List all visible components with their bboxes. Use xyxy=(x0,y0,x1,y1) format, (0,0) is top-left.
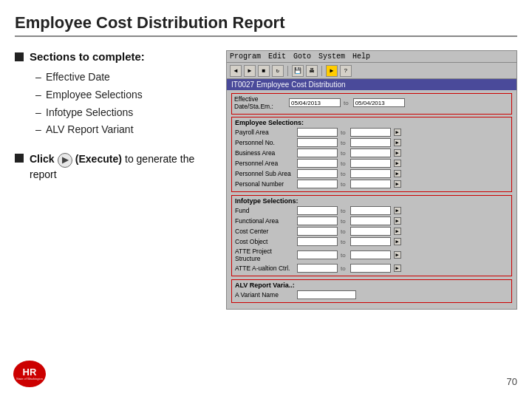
toolbar-refresh-btn[interactable]: ↻ xyxy=(272,65,284,77)
emp-input-5b[interactable] xyxy=(350,180,391,188)
inf-btn-0[interactable]: ▶ xyxy=(394,207,401,214)
field-label: Fund xyxy=(235,207,294,214)
inf-input-3b[interactable] xyxy=(350,237,391,246)
toolbar-execute-btn[interactable]: ▶ xyxy=(326,65,338,77)
sap-title-bar: IT0027 Employee Cost Distribution xyxy=(227,79,516,90)
sections-heading: Sections to complete: xyxy=(15,50,214,63)
field-btn-5[interactable]: ▶ xyxy=(394,180,401,188)
main-content: Sections to complete: Effective Date Emp… xyxy=(15,50,517,310)
emp-input-5[interactable] xyxy=(297,180,338,188)
toolbar-divider2 xyxy=(321,66,322,76)
inf-input-4b[interactable] xyxy=(350,250,391,259)
alv-input-0[interactable] xyxy=(297,290,356,299)
inf-btn-2[interactable]: ▶ xyxy=(394,228,401,235)
emp-input-0[interactable] xyxy=(297,128,338,137)
field-btn-2[interactable]: ▶ xyxy=(394,149,401,157)
toolbar-back-btn[interactable]: ◀ xyxy=(230,65,242,77)
to-label: to xyxy=(341,140,346,146)
emp-field-row: Business Area to ▶ xyxy=(235,149,508,157)
inf-input-4[interactable] xyxy=(297,250,338,259)
menu-goto[interactable]: Goto xyxy=(293,52,311,61)
inf-input-0[interactable] xyxy=(297,206,338,215)
infotype-field-row-2: Cost Center to ▶ xyxy=(235,227,508,236)
to-label: to xyxy=(341,218,346,225)
inf-btn-1[interactable]: ▶ xyxy=(394,217,401,225)
left-panel: Sections to complete: Effective Date Emp… xyxy=(15,50,214,310)
inf-btn-3[interactable]: ▶ xyxy=(394,238,401,245)
field-btn-3[interactable]: ▶ xyxy=(394,160,401,167)
field-label: ATTE Project Structure xyxy=(235,248,294,262)
inf-input-1b[interactable] xyxy=(350,216,391,225)
toolbar-print-btn[interactable]: 🖶 xyxy=(306,65,318,77)
toolbar-btn3[interactable]: ? xyxy=(340,65,352,77)
emp-input-1[interactable] xyxy=(297,138,338,147)
to-label: to xyxy=(341,252,346,259)
to-label: to xyxy=(341,265,346,272)
infotype-field-row-1: Functional Area to ▶ xyxy=(235,216,508,225)
list-item: Employee Selections xyxy=(35,86,214,104)
to-label: to xyxy=(341,150,346,157)
menu-system[interactable]: System xyxy=(318,52,345,61)
field-label: Functional Area xyxy=(235,217,294,225)
inf-input-2b[interactable] xyxy=(350,227,391,236)
field-btn-0[interactable]: ▶ xyxy=(394,129,401,136)
inf-input-3[interactable] xyxy=(297,237,338,246)
infotype-label: Infotype Selections: xyxy=(235,197,508,205)
execute-section: Click ▶ (Execute) to generate the report xyxy=(15,152,214,180)
field-label: Business Area xyxy=(235,149,294,157)
menu-edit[interactable]: Edit xyxy=(268,52,286,61)
emp-input-3[interactable] xyxy=(297,159,338,168)
inf-input-5[interactable] xyxy=(297,264,338,273)
emp-input-3b[interactable] xyxy=(350,159,391,168)
inf-btn-4[interactable]: ▶ xyxy=(394,251,401,259)
toolbar-stop-btn[interactable]: ■ xyxy=(258,65,270,77)
to-label: to xyxy=(341,239,346,245)
hr-logo-subtext: State of Washington xyxy=(16,377,43,381)
inf-input-5b[interactable] xyxy=(350,264,391,273)
emp-input-4b[interactable] xyxy=(350,169,391,178)
inf-input-1[interactable] xyxy=(297,216,338,225)
execute-text-block: Click ▶ (Execute) to generate the report xyxy=(30,152,214,180)
sap-content: Effective Date/Sta.Em.: to Employee Sele… xyxy=(227,90,516,309)
to-label: to xyxy=(341,228,346,235)
field-btn-1[interactable]: ▶ xyxy=(394,139,401,146)
page-container: Employee Cost Distribution Report Sectio… xyxy=(0,0,532,399)
menu-help[interactable]: Help xyxy=(352,52,370,61)
page-title: Employee Cost Distribution Report xyxy=(15,13,517,37)
field-label: Personnel Sub Area xyxy=(235,170,294,177)
inf-btn-5[interactable]: ▶ xyxy=(394,265,401,272)
effective-date-row: Effective Date/Sta.Em.: to xyxy=(234,95,509,110)
emp-input-1b[interactable] xyxy=(350,138,391,147)
alv-field-row: A Variant Name xyxy=(235,290,508,299)
field-btn-4[interactable]: ▶ xyxy=(394,170,401,177)
menu-program[interactable]: Program xyxy=(230,52,261,61)
field-label: Personnel No. xyxy=(235,139,294,146)
emp-input-0b[interactable] xyxy=(350,128,391,137)
emp-field-row: Personnel Sub Area to ▶ xyxy=(235,169,508,178)
field-label: Cost Object xyxy=(235,238,294,245)
bullet-square-icon xyxy=(15,52,24,61)
emp-input-2b[interactable] xyxy=(350,149,391,157)
effective-date-from-input[interactable] xyxy=(289,98,341,107)
to-label: to xyxy=(341,181,346,188)
inf-input-0b[interactable] xyxy=(350,206,391,215)
emp-field-row: Personnel Area to ▶ xyxy=(235,159,508,168)
toolbar-save-btn[interactable]: 💾 xyxy=(292,65,304,77)
toolbar-fwd-btn[interactable]: ▶ xyxy=(244,65,256,77)
bullet-list: Effective Date Employee Selections Infot… xyxy=(35,69,214,139)
alv-section: ALV Report Varia..: A Variant Name xyxy=(231,279,512,303)
field-label: Personnel Area xyxy=(235,160,294,167)
bullet-square-icon xyxy=(15,154,24,163)
employee-selections-section: Employee Selections: Payroll Area to ▶ P… xyxy=(231,117,512,192)
execute-icon: ▶ xyxy=(58,153,72,168)
infotype-field-row-4: ATTE Project Structure to ▶ xyxy=(235,248,508,262)
effective-date-to-input[interactable] xyxy=(353,98,405,107)
emp-input-4[interactable] xyxy=(297,169,338,178)
to-label: to xyxy=(341,160,346,167)
to-label: to xyxy=(341,129,346,136)
inf-input-2[interactable] xyxy=(297,227,338,236)
emp-input-2[interactable] xyxy=(297,149,338,157)
infotype-field-row-3: Cost Object to ▶ xyxy=(235,237,508,246)
emp-field-row: Payroll Area to ▶ xyxy=(235,128,508,137)
sap-menubar: Program Edit Goto System Help xyxy=(227,51,516,63)
